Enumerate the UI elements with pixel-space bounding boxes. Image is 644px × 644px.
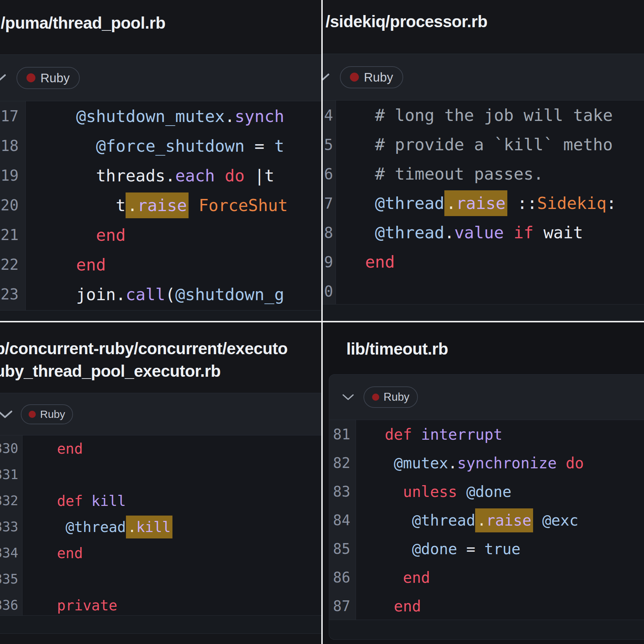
code-text: @thread.kill <box>23 519 172 535</box>
code-text: t.raise ForceShut <box>26 196 288 215</box>
match-highlight: kill <box>136 516 172 538</box>
code-line: 336 private <box>0 592 321 616</box>
code-text: end <box>26 225 126 245</box>
code-line: 6 # timeout passes. <box>323 159 644 189</box>
code-line: 85 @done = true <box>329 535 644 563</box>
results-grid: /puma/thread_pool.rb Ruby 417 @shutdown_… <box>0 0 644 644</box>
code-line: 82 @mutex.synchronize do <box>329 449 644 477</box>
snippet-header: Ruby <box>323 54 644 100</box>
match-highlight: . <box>126 192 137 218</box>
file-path-line-1: b/concurrent-ruby/concurrent/executo <box>0 337 288 360</box>
code-text: @done = true <box>356 540 521 558</box>
snippet-header: Ruby <box>0 393 321 435</box>
language-badge: Ruby <box>21 404 73 424</box>
code-text: join.call(@shutdown_g <box>26 285 284 304</box>
code-line: 417 @shutdown_mutex.synch <box>0 101 321 131</box>
code-line: 330 end <box>0 435 321 462</box>
language-label: Ruby <box>384 391 409 404</box>
file-path-title[interactable]: /puma/thread_pool.rb <box>1 12 165 34</box>
code-text: def kill <box>23 493 126 509</box>
snippet-header: Ruby <box>329 374 644 420</box>
snippet-footer <box>0 311 321 321</box>
code-text: end <box>336 252 395 272</box>
code-text: @mutex.synchronize do <box>356 454 584 472</box>
match-highlight: . <box>126 516 136 538</box>
code-snippet: 330 end331332 def kill333 @thread.kill33… <box>0 435 321 616</box>
line-number: 332 <box>0 493 23 508</box>
snippet-footer <box>329 620 644 640</box>
code-line: 332 def kill <box>0 488 321 514</box>
line-number: 4 <box>323 107 336 124</box>
chevron-down-icon[interactable] <box>0 73 6 83</box>
file-path-title[interactable]: /sidekiq/processor.rb <box>326 11 487 32</box>
line-number: 422 <box>0 256 26 273</box>
code-text: end <box>23 545 83 561</box>
chevron-down-icon[interactable] <box>342 393 354 401</box>
line-number: 83 <box>329 483 356 500</box>
language-label: Ruby <box>40 71 70 85</box>
code-text: @thread.value if wait <box>336 223 583 242</box>
code-text: private <box>23 597 117 614</box>
language-badge: Ruby <box>340 66 403 88</box>
code-line: 5 # provide a `kill` metho <box>323 130 644 159</box>
code-line: 333 @thread.kill <box>0 514 321 540</box>
match-highlight: . <box>444 190 456 216</box>
code-line: 86 end <box>329 563 644 592</box>
snippet-header: Ruby <box>0 54 321 101</box>
file-path-title[interactable]: b/concurrent-ruby/concurrent/executo uby… <box>0 337 288 382</box>
match-highlight: raise <box>486 508 533 532</box>
line-number: 6 <box>323 165 336 183</box>
match-highlight: raise <box>456 190 507 216</box>
code-snippet: 81 def interrupt82 @mutex.synchronize do… <box>329 420 644 620</box>
chevron-down-icon[interactable] <box>323 72 330 82</box>
code-line: 422 end <box>0 250 321 279</box>
result-card-concurrent-ruby: b/concurrent-ruby/concurrent/executo uby… <box>0 322 321 644</box>
code-line: 0 <box>323 277 644 304</box>
result-card-sidekiq: /sidekiq/processor.rb Ruby 4 # long the … <box>323 0 644 321</box>
line-number: 333 <box>0 519 23 535</box>
line-number: 82 <box>329 455 356 471</box>
line-number: 81 <box>329 426 356 443</box>
line-number: 331 <box>0 467 23 482</box>
code-text: @force_shutdown = t <box>26 136 284 156</box>
line-number: 420 <box>0 196 26 214</box>
line-number: 5 <box>323 136 336 153</box>
language-label: Ruby <box>364 70 393 84</box>
chevron-down-icon[interactable] <box>0 409 13 419</box>
ruby-language-dot-icon <box>350 73 359 82</box>
line-number: 421 <box>0 226 26 244</box>
snippet-footer <box>0 616 321 634</box>
language-badge: Ruby <box>16 67 80 89</box>
code-line: 423 join.call(@shutdown_g <box>0 279 321 309</box>
code-line: 331 <box>0 462 321 488</box>
code-text: # provide a `kill` metho <box>336 135 613 154</box>
file-path-line-2: uby_thread_pool_executor.rb <box>0 360 288 382</box>
line-number: 334 <box>0 545 23 561</box>
code-line: 420 t.raise ForceShut <box>0 190 321 220</box>
result-card-puma: /puma/thread_pool.rb Ruby 417 @shutdown_… <box>0 0 321 321</box>
code-line: 335 <box>0 566 321 592</box>
file-path-title[interactable]: lib/timeout.rb <box>346 338 448 360</box>
code-text: @thread.raise ::Sidekiq: <box>336 194 616 213</box>
code-snippet: 4 # long the job will take5 # provide a … <box>323 100 644 304</box>
line-number: 423 <box>0 286 26 303</box>
code-line: 418 @force_shutdown = t <box>0 131 321 161</box>
code-text: unless @done <box>356 483 512 501</box>
line-number: 85 <box>329 541 356 557</box>
ruby-language-dot-icon <box>372 394 379 401</box>
code-text: # long the job will take <box>336 106 613 125</box>
ruby-language-dot-icon <box>26 73 35 82</box>
line-number: 418 <box>0 137 26 155</box>
code-line: 83 unless @done <box>329 477 644 506</box>
line-number: 335 <box>0 571 23 587</box>
code-text: threads.each do |t <box>26 166 274 185</box>
code-line: 4 # long the job will take <box>323 101 644 130</box>
code-line: 84 @thread.raise @exc <box>329 506 644 535</box>
line-number: 417 <box>0 107 26 125</box>
line-number: 330 <box>0 441 23 456</box>
line-number: 86 <box>329 569 356 586</box>
code-snippet: 417 @shutdown_mutex.synch418 @force_shut… <box>0 101 321 311</box>
result-card-timeout: lib/timeout.rb Ruby 81 def interrupt82 @… <box>323 322 644 644</box>
code-text: end <box>356 569 430 586</box>
code-text: # timeout passes. <box>336 164 543 184</box>
